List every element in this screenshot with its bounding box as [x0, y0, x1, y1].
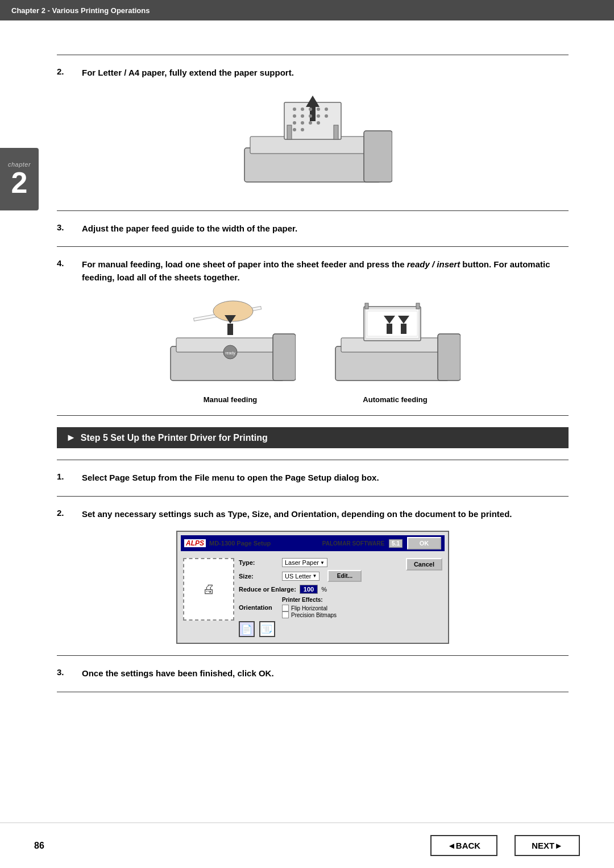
- divider-3: [57, 246, 569, 247]
- flip-checkbox[interactable]: [282, 605, 289, 611]
- type-dropdown-arrow: ▼: [320, 560, 325, 565]
- reduce-label: Reduce or Enlarge:: [239, 586, 296, 593]
- version-badge: 5.1: [389, 539, 403, 548]
- manual-feeding-group: ready Manual feeding: [165, 295, 296, 404]
- nav-buttons: ◄BACK NEXT►: [430, 835, 580, 856]
- printer-icon: 🖨: [202, 582, 215, 597]
- svg-rect-32: [273, 334, 296, 381]
- svg-point-11: [301, 114, 304, 118]
- ok-button[interactable]: OK: [407, 537, 441, 549]
- divider-8: [57, 692, 569, 692]
- main-content: 2. For Letter / A4 paper, fully extend t…: [0, 20, 614, 783]
- dialog-buttons: Cancel: [406, 558, 442, 637]
- svg-marker-3: [306, 96, 320, 107]
- step5-header: ► Step 5 Set Up the Printer Driver for P…: [57, 427, 569, 448]
- dialog-title-left: ALPS MD-1300 Page Setup: [184, 539, 271, 547]
- size-dropdown-arrow: ▼: [312, 573, 317, 578]
- flip-checkbox-row: Flip Horizontal: [282, 605, 337, 611]
- step3-num: 3.: [57, 222, 70, 232]
- svg-point-12: [309, 114, 312, 118]
- header-title: Chapter 2 - Various Printing Operations: [11, 6, 150, 15]
- type-select[interactable]: Laser Paper ▼: [282, 558, 327, 567]
- step5-marker: Step 5: [81, 433, 108, 443]
- edit-button[interactable]: Edit...: [327, 570, 362, 582]
- landscape-button[interactable]: 📄: [259, 621, 275, 637]
- alps-logo: ALPS: [184, 539, 206, 547]
- flip-label: Flip Horizontal: [291, 605, 327, 611]
- svg-rect-42: [438, 334, 460, 381]
- svg-text:ready: ready: [225, 351, 235, 356]
- divider-4: [57, 415, 569, 416]
- divider-7: [57, 655, 569, 656]
- dialog-title-right: PALOMAR SOFTWARE 5.1 OK: [322, 537, 441, 549]
- step5-arrow-icon: ►: [66, 432, 76, 444]
- svg-point-8: [317, 108, 320, 111]
- svg-point-16: [301, 121, 304, 125]
- step5-item2: 2. Set any necessary settings such as Ty…: [57, 508, 569, 521]
- svg-point-10: [293, 114, 296, 118]
- dialog-body: 🖨 Type: Laser Paper ▼ Size: US Letter ▼: [181, 556, 445, 639]
- size-select[interactable]: US Letter ▼: [282, 572, 320, 581]
- step-3: 3. Adjust the paper feed guide to the wi…: [57, 222, 569, 235]
- dialog-title-text: MD-1300 Page Setup: [209, 540, 271, 547]
- precision-checkbox-row: Precision Bitmaps: [282, 611, 337, 618]
- step5-item1: 1. Select Page Setup from the File menu …: [57, 472, 569, 485]
- step3-text: Adjust the paper feed guide to the width…: [82, 222, 297, 235]
- svg-rect-39: [387, 324, 392, 334]
- page-number: 86: [34, 841, 44, 851]
- step5-1-num: 1.: [57, 472, 70, 481]
- spacer: [57, 704, 569, 760]
- svg-point-18: [317, 121, 320, 125]
- svg-point-17: [309, 121, 312, 125]
- effects-label: Printer Effects:: [282, 597, 337, 603]
- svg-rect-41: [401, 324, 406, 334]
- step5-2-num: 2.: [57, 508, 70, 518]
- svg-rect-22: [287, 125, 292, 139]
- svg-point-7: [309, 108, 312, 111]
- divider-6: [57, 496, 569, 497]
- manual-feeding-illustration: ready: [165, 295, 296, 392]
- reduce-input[interactable]: 100: [300, 585, 318, 594]
- back-button[interactable]: ◄BACK: [430, 835, 497, 856]
- step-2: 2. For Letter / A4 paper, fully extend t…: [57, 67, 569, 80]
- svg-rect-44: [416, 303, 420, 309]
- svg-rect-21: [364, 131, 392, 182]
- divider-1: [57, 55, 569, 55]
- next-button[interactable]: NEXT►: [515, 835, 580, 856]
- feeding-illustrations: ready Manual feeding: [57, 295, 569, 404]
- portrait-button[interactable]: 📄: [239, 621, 255, 637]
- type-label: Type:: [239, 559, 279, 566]
- step5-3-text: Once the settings have been finished, cl…: [82, 667, 274, 680]
- dialog-titlebar: ALPS MD-1300 Page Setup PALOMAR SOFTWARE…: [181, 535, 445, 551]
- paper-support-container: [57, 91, 569, 199]
- precision-checkbox[interactable]: [282, 611, 289, 618]
- step5-item3: 3. Once the settings have been finished,…: [57, 667, 569, 680]
- step5-1-text: Select Page Setup from the File menu to …: [82, 472, 379, 485]
- svg-point-9: [325, 108, 328, 111]
- divider-5: [57, 460, 569, 460]
- cancel-button[interactable]: Cancel: [406, 558, 442, 571]
- step2-num: 2.: [57, 67, 70, 76]
- palomar-logo: PALOMAR SOFTWARE: [322, 540, 384, 547]
- step-4: 4. For manual feeding, load one sheet of…: [57, 258, 569, 284]
- chapter-tab: chapter 2: [0, 148, 39, 210]
- step4-text: For manual feeding, load one sheet of pa…: [82, 258, 569, 284]
- dialog-preview: 🖨: [183, 558, 234, 621]
- percent-label: %: [321, 586, 327, 593]
- effects-col: Printer Effects: Flip Horizontal Precisi…: [282, 597, 337, 618]
- svg-point-5: [293, 108, 296, 111]
- step2-text: For Letter / A4 paper, fully extend the …: [82, 67, 294, 80]
- divider-2: [57, 210, 569, 211]
- step4-num: 4.: [57, 258, 70, 268]
- paper-support-illustration: [233, 91, 392, 199]
- chapter-number: 2: [11, 168, 28, 197]
- svg-point-14: [325, 114, 328, 118]
- precision-label: Precision Bitmaps: [291, 612, 337, 618]
- orientation-label: Orientation: [239, 604, 279, 611]
- reduce-row: Reduce or Enlarge: 100 %: [239, 585, 401, 594]
- size-label: Size:: [239, 573, 279, 580]
- step5-2-text: Set any necessary settings such as Type,…: [82, 508, 512, 521]
- svg-rect-43: [365, 303, 368, 309]
- step5-label: Step 5 Set Up the Printer Driver for Pri…: [81, 433, 268, 443]
- page-footer: 86 ◄BACK NEXT►: [0, 822, 614, 868]
